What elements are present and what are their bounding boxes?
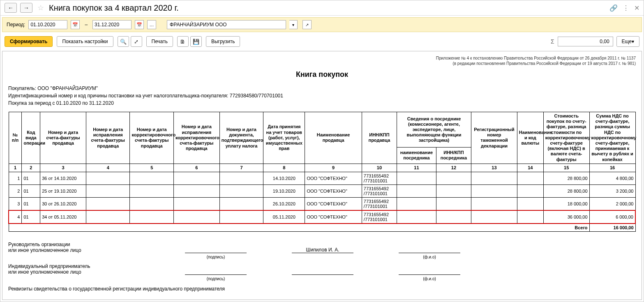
colnum-1: 1 [9, 164, 22, 172]
buyer-inn: Идентификационный номер и код причины по… [8, 93, 636, 99]
report-area: Приложение № 4 к постановлению Правитель… [2, 51, 642, 300]
colnum-16: 16 [589, 164, 635, 172]
colnum-11: 11 [397, 164, 436, 172]
th-15: Стоимость покупок по счету-фактуре, разн… [543, 112, 589, 164]
period-select-button[interactable]: … [147, 20, 156, 29]
period-separator: – [85, 22, 88, 28]
colnum-10: 10 [362, 164, 397, 172]
export-button[interactable]: Выгрузить [206, 36, 240, 47]
buyer-period: Покупка за период с 01.10.2020 по 31.12.… [8, 100, 636, 106]
buyer-name: Покупатель: ООО "ФРАНЧАЙЗАРИУМ" [8, 85, 636, 91]
th-2: Код вида операции [22, 112, 40, 164]
toolbar: Сформировать Показать настройки 🔍 ⤢ Печа… [0, 34, 644, 49]
colnum-7: 7 [219, 164, 263, 172]
period-label: Период: [7, 22, 25, 28]
colnum-5: 5 [130, 164, 173, 172]
date-to-input[interactable] [92, 20, 132, 29]
ip-sign-line [185, 274, 247, 275]
ip-name-line [292, 274, 353, 275]
th-7: Номер и дата документа, подтверждающего … [219, 112, 263, 164]
colnum-15: 15 [543, 164, 589, 172]
colnum-4: 4 [86, 164, 129, 172]
link-icon[interactable]: 🔗 [609, 4, 618, 12]
head-line1: Руководитель организации [8, 242, 177, 247]
back-button[interactable]: ← [5, 3, 17, 13]
colnum-2: 2 [22, 164, 40, 172]
calendar-to-button[interactable]: 📅 [135, 20, 144, 29]
th-11-group: Сведения о посреднике (комиссионере, аге… [397, 112, 471, 148]
forward-button[interactable]: → [20, 3, 32, 13]
sum-field[interactable] [558, 37, 613, 46]
th-9: Наименование продавца [305, 112, 362, 164]
th-10: ИНН/КПП продавца [362, 112, 397, 164]
head-sign-line [185, 253, 247, 253]
ip-line2: или иное уполномоченное лицо [8, 269, 177, 275]
organization-open-button[interactable]: ↗ [302, 20, 312, 29]
table-row[interactable]: 20125 от 19.10.202019.10.2020ООО "СОФТЕХ… [9, 184, 635, 197]
colnum-13: 13 [471, 164, 517, 172]
find-button[interactable]: 🔍 [118, 36, 129, 47]
table-row[interactable]: 10136 от 14.10.202014.10.2020ООО "СОФТЕХ… [9, 172, 635, 184]
more-icon[interactable]: ⋮ [623, 4, 629, 12]
preview-button[interactable]: 🗎 [177, 36, 189, 47]
colnum-12: 12 [436, 164, 471, 172]
annex-text: Приложение № 4 к постановлению Правитель… [8, 55, 636, 66]
th-13: Регистрационный номер таможенной деклара… [471, 112, 517, 164]
save-button[interactable]: 💾 [190, 36, 202, 47]
head-fio-line [399, 253, 460, 253]
close-icon[interactable]: ✕ [634, 4, 639, 12]
th-12: ИНН/КПП посредника [436, 148, 471, 164]
th-1: № п/п [9, 112, 22, 164]
sum-icon: Σ [551, 38, 554, 45]
calendar-from-button[interactable]: 📅 [71, 20, 80, 29]
report-table: № п/п Код вида операции Номер и дата сче… [8, 112, 636, 232]
th-11: наименование посредника [397, 148, 436, 164]
th-3: Номер и дата счета-фактуры продавца [40, 112, 86, 164]
form-button[interactable]: Сформировать [5, 36, 53, 47]
title-bar: ← → ☆ Книга покупок за 4 квартал 2020 г.… [0, 0, 644, 16]
ip-fio-line [399, 274, 460, 275]
table-row[interactable]: 40134 от 05.11.202005.11.2020ООО "СОФТЕХ… [9, 210, 635, 224]
colnum-3: 3 [40, 164, 86, 172]
favorite-icon[interactable]: ☆ [37, 3, 44, 12]
head-line2: или иное уполномоченное лицо [8, 247, 177, 253]
organization-input[interactable] [167, 20, 286, 29]
report-title: Книга покупок [8, 70, 636, 79]
print-button[interactable]: Печать [146, 36, 173, 47]
ip-line1: Индивидуальный предприниматель [8, 263, 177, 269]
th-8: Дата принятия на учет товаров (работ, ус… [263, 112, 305, 164]
show-settings-button[interactable]: Показать настройки [57, 36, 113, 47]
total-row: Всего16 000,00 [9, 224, 635, 232]
colnum-9: 9 [305, 164, 362, 172]
organization-dropdown[interactable]: ▾ [289, 20, 298, 29]
colnum-6: 6 [173, 164, 219, 172]
th-6: Номер и дата исправления корректировочно… [173, 112, 219, 164]
th-14: Наименование и код валюты [517, 112, 543, 164]
more-button[interactable]: Еще ▾ [616, 36, 639, 47]
expand-button[interactable]: ⤢ [131, 36, 142, 47]
params-bar: Период: 📅 – 📅 … ▾ ↗ [2, 17, 642, 32]
table-row[interactable]: 30130 от 26.10.202026.10.2020ООО "СОФТЕХ… [9, 197, 635, 210]
ip-requisites: Реквизиты свидетельства о государственно… [8, 286, 636, 292]
colnum-8: 8 [263, 164, 305, 172]
colnum-14: 14 [517, 164, 543, 172]
th-5: Номер и дата корректировочного счета-фак… [130, 112, 173, 164]
page-title: Книга покупок за 4 квартал 2020 г. [49, 3, 179, 13]
th-4: Номер и дата исправления счета-фактуры п… [86, 112, 129, 164]
th-16: Сумма НДС по счету-фактуре, разница сумм… [589, 112, 635, 164]
date-from-input[interactable] [28, 20, 67, 29]
head-name-line: Шипилов И. А. [292, 247, 353, 253]
